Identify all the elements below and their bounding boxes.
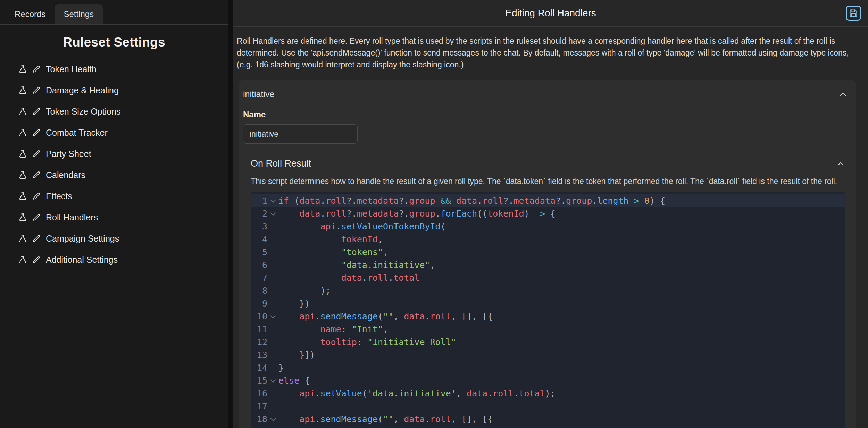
pencil-icon — [32, 171, 41, 179]
fold-gutter — [267, 349, 278, 361]
line-number: 12 — [251, 336, 267, 349]
fold-chevron-icon[interactable] — [267, 413, 278, 426]
line-number: 15 — [251, 374, 267, 387]
fold-gutter — [267, 246, 278, 259]
code-text: api.setValue('data.initiative', data.rol… — [278, 387, 556, 400]
sidebar-item-effects[interactable]: Effects — [0, 186, 228, 207]
pencil-icon — [32, 213, 41, 222]
fold-gutter — [267, 361, 278, 374]
fold-chevron-icon[interactable] — [267, 310, 278, 323]
chevron-up-icon[interactable] — [838, 90, 848, 99]
code-line[interactable]: 8 ); — [251, 284, 845, 297]
code-text: }]) — [278, 349, 315, 361]
line-number: 13 — [251, 349, 267, 361]
code-line[interactable]: 16 api.setValue('data.initiative', data.… — [251, 387, 845, 400]
sidebar-item-label: Additional Settings — [46, 255, 118, 265]
line-number: 2 — [251, 207, 267, 220]
panel-divider — [228, 0, 233, 428]
code-line[interactable]: 10 api.sendMessage("", data.roll, [], [{ — [251, 310, 845, 323]
code-line[interactable]: 4 tokenId, — [251, 233, 845, 246]
roll-handlers-description: Roll Handlers are defined here. Every ro… — [237, 35, 856, 70]
fold-chevron-icon[interactable] — [267, 194, 278, 207]
code-text: name: "Init", — [278, 323, 388, 336]
sidebar-item-roll-handlers[interactable]: Roll Handlers — [0, 207, 228, 228]
code-line[interactable]: 7 data.roll.total — [251, 271, 845, 284]
script-description: This script determines how to handle the… — [251, 175, 845, 187]
sidebar-item-damage-healing[interactable]: Damage & Healing — [0, 80, 228, 101]
line-number: 14 — [251, 361, 267, 374]
sidebar-item-campaign-settings[interactable]: Campaign Settings — [0, 228, 228, 249]
handler-title: initiative — [243, 89, 274, 99]
handler-panel-header[interactable]: initiative — [243, 80, 856, 107]
sidebar-item-token-size-options[interactable]: Token Size Options — [0, 101, 228, 122]
tab-records[interactable]: Records — [6, 4, 55, 24]
flask-icon — [18, 192, 27, 201]
line-number: 8 — [251, 284, 267, 297]
pencil-icon — [32, 86, 41, 95]
fold-chevron-icon[interactable] — [267, 207, 278, 220]
code-line[interactable]: 2 data.roll?.metadata?.group.forEach((to… — [251, 207, 845, 220]
line-number: 18 — [251, 413, 267, 426]
code-line[interactable]: 13 }]) — [251, 349, 845, 361]
pencil-icon — [32, 107, 41, 116]
save-button[interactable] — [846, 6, 861, 21]
page-title: Editing Roll Handlers — [505, 8, 596, 19]
sidebar-item-additional-settings[interactable]: Additional Settings — [0, 249, 228, 270]
code-line[interactable]: 1if (data.roll?.metadata?.group && data.… — [251, 194, 845, 207]
pencil-icon — [32, 255, 41, 264]
code-text: }) — [278, 297, 310, 310]
code-line[interactable]: 12 tooltip: "Initiative Roll" — [251, 336, 845, 349]
code-text: ); — [278, 284, 331, 297]
sidebar-item-label: Token Health — [46, 64, 97, 74]
sidebar-item-calendars[interactable]: Calendars — [0, 165, 228, 186]
sidebar-items-list: Token Health Damage & Healing — [0, 59, 228, 270]
pencil-icon — [32, 150, 41, 158]
sidebar-item-label: Roll Handlers — [46, 212, 98, 223]
code-text: else { — [278, 374, 310, 387]
sidebar: RecordsSettings Ruleset Settings Token H… — [0, 0, 228, 428]
flask-icon — [18, 149, 27, 159]
sidebar-item-label: Combat Tracker — [46, 128, 108, 138]
line-number: 4 — [251, 233, 267, 246]
code-text: api.sendMessage("", data.roll, [], [{ — [278, 310, 493, 323]
line-number: 6 — [251, 259, 267, 271]
main-header: Editing Roll Handlers — [233, 0, 868, 27]
sidebar-item-party-sheet[interactable]: Party Sheet — [0, 143, 228, 165]
code-line[interactable]: 14} — [251, 361, 845, 374]
fold-gutter — [267, 400, 278, 413]
chevron-up-icon[interactable] — [836, 159, 845, 168]
code-line[interactable]: 17 — [251, 400, 845, 413]
on-roll-result-header[interactable]: On Roll Result — [251, 158, 845, 169]
sidebar-item-combat-tracker[interactable]: Combat Tracker — [0, 122, 228, 143]
flask-icon — [18, 213, 27, 222]
tab-settings[interactable]: Settings — [55, 4, 103, 24]
line-number: 1 — [251, 194, 267, 207]
code-text: } — [278, 361, 284, 374]
flask-icon — [18, 255, 27, 265]
fold-gutter — [267, 336, 278, 349]
code-line[interactable]: 3 api.setValueOnTokenById( — [251, 220, 845, 233]
fold-gutter — [267, 297, 278, 310]
code-text: api.sendMessage("", data.roll, [], [{ — [278, 413, 493, 426]
line-number: 7 — [251, 271, 267, 284]
fold-chevron-icon[interactable] — [267, 374, 278, 387]
handler-name-input[interactable] — [243, 124, 358, 144]
sidebar-title: Ruleset Settings — [0, 35, 228, 50]
code-line[interactable]: 15else { — [251, 374, 845, 387]
flask-icon — [18, 234, 27, 243]
sidebar-item-token-health[interactable]: Token Health — [0, 59, 228, 80]
sidebar-item-label: Token Size Options — [46, 107, 120, 117]
code-line[interactable]: 9 }) — [251, 297, 845, 310]
code-text: api.setValueOnTokenById( — [278, 220, 446, 233]
code-line[interactable]: 18 api.sendMessage("", data.roll, [], [{ — [251, 413, 845, 426]
code-editor[interactable]: 1if (data.roll?.metadata?.group && data.… — [251, 192, 845, 428]
code-text: tokenId, — [278, 233, 383, 246]
code-line[interactable]: 6 "data.initiative", — [251, 259, 845, 271]
code-line[interactable]: 5 "tokens", — [251, 246, 845, 259]
on-roll-result-title: On Roll Result — [251, 158, 311, 169]
code-line[interactable]: 11 name: "Init", — [251, 323, 845, 336]
flask-icon — [18, 170, 27, 180]
on-roll-result-section: On Roll Result This script determines ho… — [251, 158, 845, 428]
line-number: 9 — [251, 297, 267, 310]
flask-icon — [18, 128, 27, 137]
